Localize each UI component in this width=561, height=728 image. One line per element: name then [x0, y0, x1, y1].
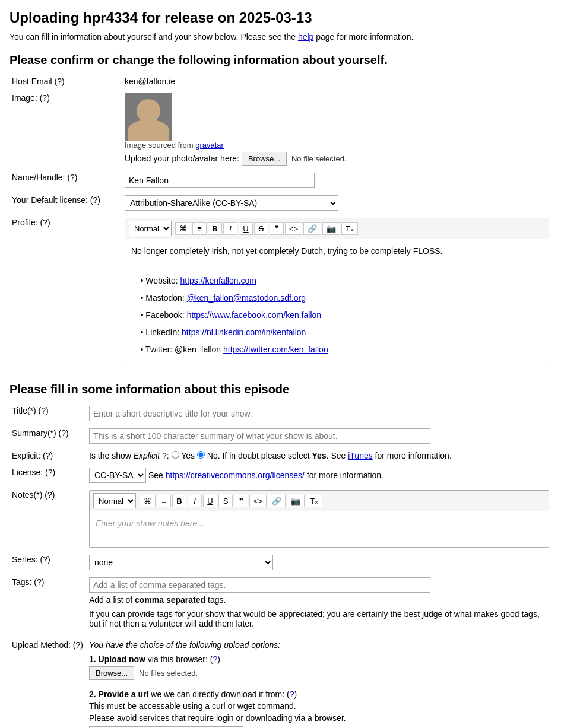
summary-row: Summary(*) (?)	[9, 425, 552, 447]
episode-section-heading: Please fill in some information about th…	[9, 383, 552, 396]
profile-italic-btn[interactable]: I	[223, 222, 237, 235]
website-link[interactable]: https://kenfallon.com	[180, 276, 256, 285]
mastodon-link[interactable]: @ken_fallon@mastodon.sdf.org	[187, 293, 306, 303]
twitter-link[interactable]: https://twitter.com/ken_fallon	[223, 345, 328, 354]
profile-code-btn[interactable]: <>	[285, 222, 302, 235]
avatar	[125, 93, 172, 141]
notes-content[interactable]: Enter your show notes here...	[90, 511, 549, 547]
ep-license-row: License: (?) CC-BY-SA CC-BY See https://…	[9, 464, 552, 487]
profile-image-btn[interactable]: 📷	[322, 222, 340, 235]
explicit-cell: Is the show Explicit ?: Yes No. If in do…	[87, 447, 552, 464]
explicit-yes-radio[interactable]	[172, 451, 179, 459]
url-note2: Please avoid services that require login…	[89, 713, 549, 723]
profile-row: Profile: (?) Normal ⌘ ≡ B I U S ❞ <> 🔗 📷	[9, 214, 552, 371]
upload-now-help-link[interactable]: ?	[213, 654, 217, 664]
profile-ol-btn[interactable]: ⌘	[175, 222, 191, 235]
notes-clear-btn[interactable]: Tₓ	[306, 495, 322, 507]
notes-toolbar: Normal ⌘ ≡ B I U S ❞ <> 🔗 📷 Tₓ	[90, 491, 549, 511]
ep-license-cell: CC-BY-SA CC-BY See https://creativecommo…	[87, 464, 552, 487]
name-input[interactable]	[125, 173, 315, 188]
gravatar-link[interactable]: gravatar	[195, 141, 224, 150]
profile-link-btn[interactable]: 🔗	[303, 222, 321, 235]
series-row: Series: (?) none	[9, 551, 552, 574]
profile-strike-btn[interactable]: S	[254, 222, 268, 235]
summary-cell	[87, 425, 552, 447]
facebook-link[interactable]: https://www.facebook.com/ken.fallon	[187, 310, 321, 320]
notes-quote-btn[interactable]: ❞	[234, 495, 248, 507]
notes-italic-btn[interactable]: I	[188, 495, 202, 507]
tags-help1: Add a list of comma separated tags.	[89, 595, 549, 605]
profile-underline-btn[interactable]: U	[239, 222, 253, 235]
intro-text: You can fill in information about yourse…	[9, 32, 552, 42]
upload-row: Upload Method: (?) You have the choice o…	[9, 637, 552, 728]
profile-format-select[interactable]: Normal	[129, 221, 172, 236]
name-cell	[122, 169, 552, 192]
notes-ul-btn[interactable]: ≡	[157, 495, 171, 507]
series-cell: none	[87, 551, 552, 574]
notes-row: Notes(*) (?) Normal ⌘ ≡ B I U S ❞ <> 🔗 📷	[9, 487, 552, 551]
profile-content[interactable]: No longer completely Irish, not yet comp…	[125, 239, 549, 367]
host-email-value: ken@fallon.ie	[122, 73, 552, 90]
name-label: Name/Handle: (?)	[9, 169, 122, 192]
provide-url-option: 2. Provide a url we we can directly down…	[89, 689, 549, 728]
url-note1: This must be accessable using a curl or …	[89, 701, 549, 711]
notes-bold-btn[interactable]: B	[172, 495, 186, 507]
upload-now-option: 1. Upload now via this browser: (?) Brow…	[89, 654, 549, 680]
profile-toolbar: Normal ⌘ ≡ B I U S ❞ <> 🔗 📷 Tₓ	[125, 218, 549, 239]
series-select[interactable]: none	[89, 555, 273, 570]
avatar-no-file: No file selected.	[291, 154, 347, 163]
name-row: Name/Handle: (?)	[9, 169, 552, 192]
provide-url-help-link[interactable]: ?	[290, 689, 294, 699]
notes-strike-btn[interactable]: S	[218, 495, 233, 507]
creative-commons-link[interactable]: https://creativecommons.org/licenses/	[166, 471, 305, 480]
profile-label: Profile: (?)	[9, 214, 122, 371]
host-info-table: Host Email (?) ken@fallon.ie Image: (?) …	[9, 73, 552, 371]
ep-license-select[interactable]: CC-BY-SA CC-BY	[89, 468, 146, 483]
host-section-heading: Please confirm or change the following i…	[9, 53, 552, 67]
notes-format-select[interactable]: Normal	[93, 493, 136, 508]
upload-heading: You have the choice of the following upl…	[89, 640, 549, 650]
explicit-label: Explicit: (?)	[9, 447, 87, 464]
series-label: Series: (?)	[9, 551, 87, 574]
tags-help2: If you can provide tags for your show th…	[89, 609, 549, 628]
explicit-prefix: Is the show Explicit ?:	[89, 451, 169, 460]
browse-file-button[interactable]: Browse...	[89, 666, 134, 680]
tags-cell: Add a list of comma separated tags. If y…	[87, 574, 552, 637]
profile-quote-btn[interactable]: ❞	[270, 222, 284, 235]
tags-input[interactable]	[89, 577, 430, 593]
summary-label: Summary(*) (?)	[9, 425, 87, 447]
explicit-no-label: No.	[207, 451, 220, 460]
explicit-no-radio[interactable]	[197, 451, 205, 459]
notes-code-btn[interactable]: <>	[249, 495, 267, 507]
image-row: Image: (?) Image sourced from gravatar U…	[9, 90, 552, 169]
notes-image-btn[interactable]: 📷	[287, 495, 305, 507]
license-select[interactable]: Attribution-ShareAlike (CC-BY-SA) Attrib…	[125, 195, 338, 211]
upload-now-heading: 1. Upload now via this browser: (?)	[89, 654, 549, 664]
profile-cell: Normal ⌘ ≡ B I U S ❞ <> 🔗 📷 Tₓ No longer…	[122, 214, 552, 371]
browse-avatar-button[interactable]: Browse...	[242, 152, 287, 166]
profile-bold-btn[interactable]: B	[208, 222, 222, 235]
notes-link-btn[interactable]: 🔗	[268, 495, 286, 507]
profile-ul-btn[interactable]: ≡	[192, 222, 207, 235]
title-cell	[87, 402, 552, 425]
profile-clear-btn[interactable]: Tₓ	[341, 222, 358, 235]
no-files-selected: No files selected.	[139, 669, 198, 678]
image-source-text: Image sourced from gravatar	[125, 141, 549, 150]
notes-underline-btn[interactable]: U	[203, 495, 217, 507]
license-cell: Attribution-ShareAlike (CC-BY-SA) Attrib…	[122, 192, 552, 214]
profile-editor: Normal ⌘ ≡ B I U S ❞ <> 🔗 📷 Tₓ No longer…	[125, 218, 549, 367]
linkedin-link[interactable]: https://nl.linkedin.com/in/kenfallon	[182, 328, 306, 337]
notes-cell: Normal ⌘ ≡ B I U S ❞ <> 🔗 📷 Tₓ Enter you…	[87, 487, 552, 551]
summary-input[interactable]	[89, 428, 430, 444]
image-label: Image: (?)	[9, 90, 122, 169]
itunes-link[interactable]: iTunes	[348, 451, 373, 460]
license-label: Your Default license: (?)	[9, 192, 122, 214]
upload-cell: You have the choice of the following upl…	[87, 637, 552, 728]
notes-label: Notes(*) (?)	[9, 487, 87, 551]
tags-row: Tags: (?) Add a list of comma separated …	[9, 574, 552, 637]
ep-license-see: See https://creativecommons.org/licenses…	[148, 471, 383, 480]
image-cell: Image sourced from gravatar Upload your …	[122, 90, 552, 169]
help-link[interactable]: help	[298, 32, 313, 42]
notes-ol-btn[interactable]: ⌘	[140, 495, 156, 507]
title-input[interactable]	[89, 406, 332, 421]
